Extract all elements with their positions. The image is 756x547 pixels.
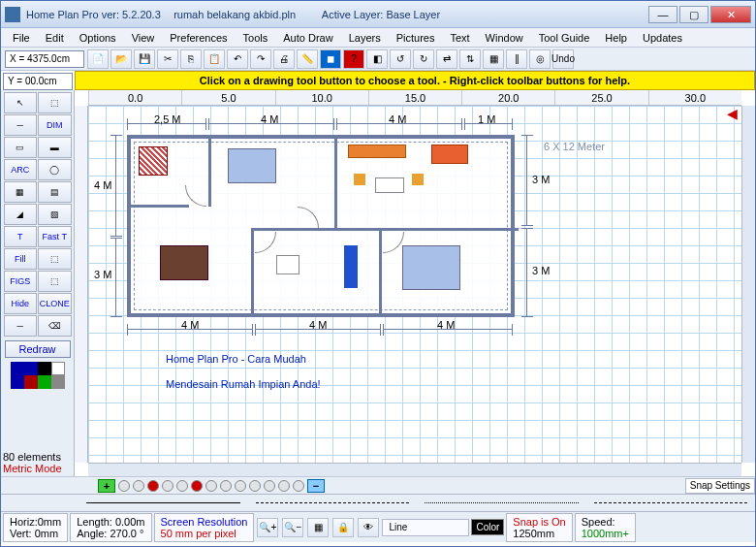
zoom-in-icon[interactable]: 🔍+ (257, 518, 278, 537)
tool-fill[interactable]: Fill (4, 248, 38, 270)
dot-12[interactable] (278, 480, 290, 492)
speed-box[interactable]: Speed: 1000mm+ (575, 513, 636, 542)
tool-marquee[interactable]: ⬚ (38, 92, 72, 113)
tool-clone[interactable]: CLONE (38, 293, 72, 314)
scrollbar-vertical[interactable] (741, 106, 755, 463)
furniture-bed2[interactable] (402, 245, 460, 290)
menu-layers[interactable]: Layers (341, 30, 389, 46)
open-icon[interactable]: 📂 (110, 49, 132, 69)
snap-box[interactable]: Snap is On 1250mm (506, 513, 572, 542)
tool-text[interactable]: T (4, 226, 38, 247)
mode3-icon[interactable]: ◧ (366, 49, 388, 69)
dot-6[interactable] (191, 480, 203, 492)
marker-red[interactable]: ◀ (727, 106, 738, 121)
tool-fasttext[interactable]: Fast T (38, 226, 72, 247)
linestyle-dotted[interactable] (425, 502, 579, 503)
tool-pattern[interactable]: ▧ (38, 204, 72, 225)
tool-hatch1[interactable]: ▦ (4, 181, 38, 203)
tool-select[interactable]: ↖ (4, 92, 38, 113)
dot-2[interactable] (133, 480, 144, 492)
eye-icon[interactable]: 👁 (358, 518, 379, 537)
furniture-sofa[interactable] (348, 145, 406, 158)
flip-v-icon[interactable]: ⇅ (459, 49, 481, 69)
dot-5[interactable] (176, 480, 188, 492)
tool-hatch2[interactable]: ▤ (38, 181, 72, 203)
new-icon[interactable]: 📄 (87, 49, 109, 69)
color-swatch[interactable] (24, 375, 38, 389)
drawing-canvas[interactable]: 2,5 M 4 M 4 M 1 M 4 M 4 M 4 M 4 M 3 M 3 … (88, 106, 741, 463)
add-button[interactable]: + (98, 479, 115, 493)
dot-1[interactable] (118, 480, 130, 492)
menu-window[interactable]: Window (478, 30, 531, 46)
mode2-icon[interactable]: ? (343, 49, 364, 69)
dot-9[interactable] (235, 480, 246, 492)
linestyle-solid[interactable] (86, 502, 240, 503)
rotate-left-icon[interactable]: ↺ (390, 49, 411, 69)
redraw-button[interactable]: Redraw (5, 340, 71, 358)
color-swatch[interactable] (38, 362, 51, 375)
tool-triangle[interactable]: ◢ (4, 204, 38, 225)
color-swatch[interactable] (51, 362, 65, 375)
menu-edit[interactable]: Edit (38, 30, 72, 46)
close-button[interactable]: ✕ (710, 6, 751, 23)
menu-help[interactable]: Help (597, 30, 635, 46)
menu-tools[interactable]: Tools (236, 30, 276, 46)
furniture-diningtable[interactable] (160, 245, 208, 280)
furniture-bed[interactable] (228, 148, 276, 183)
maximize-button[interactable]: ▢ (679, 6, 709, 23)
menu-autodraw[interactable]: Auto Draw (275, 30, 340, 46)
zoom-out-icon[interactable]: 🔍− (282, 518, 303, 537)
color-palette[interactable] (11, 362, 65, 389)
tool-circle[interactable]: ◯ (38, 159, 72, 180)
menu-text[interactable]: Text (442, 30, 477, 46)
door-arc[interactable] (255, 232, 276, 253)
linetype-select[interactable]: Line (382, 519, 469, 536)
furniture-stove[interactable] (139, 146, 168, 176)
lock-icon[interactable]: 🔒 (332, 518, 354, 537)
copy-icon[interactable]: ⎘ (180, 49, 202, 69)
columns-icon[interactable]: ‖ (506, 49, 527, 69)
annotation-text[interactable]: Home Plan Pro - Cara Mudah Mendesain Rum… (166, 346, 321, 397)
dot-active[interactable] (147, 480, 159, 492)
dot-11[interactable] (264, 480, 275, 492)
dot-7[interactable] (205, 480, 217, 492)
furniture-table[interactable] (375, 177, 404, 193)
rotate-right-icon[interactable]: ↻ (413, 49, 434, 69)
color-swatch[interactable] (11, 375, 24, 389)
furniture-chair[interactable] (354, 174, 365, 185)
tool-rect[interactable]: ▭ (4, 137, 38, 158)
dot-8[interactable] (220, 480, 232, 492)
dot-4[interactable] (162, 480, 173, 492)
tool-hide[interactable]: Hide (4, 293, 38, 314)
menu-toolguide[interactable]: Tool Guide (531, 30, 598, 46)
snap-settings-button[interactable]: Snap Settings (685, 478, 755, 494)
tool-line2[interactable]: ─ (4, 315, 38, 337)
save-icon[interactable]: 💾 (134, 49, 155, 69)
color-swatch[interactable] (11, 362, 24, 375)
ruler-icon[interactable]: 📏 (297, 49, 318, 69)
menu-updates[interactable]: Updates (635, 30, 690, 46)
menu-preferences[interactable]: Preferences (162, 30, 235, 46)
floorplan[interactable] (127, 135, 515, 317)
dot-13[interactable] (293, 480, 304, 492)
menu-view[interactable]: View (124, 30, 163, 46)
paste-icon[interactable]: 📋 (204, 49, 225, 69)
furniture-desk[interactable] (276, 255, 299, 274)
door-arc[interactable] (383, 232, 404, 253)
grid-icon[interactable]: ▦ (483, 49, 504, 69)
tool-erase[interactable]: ⌫ (38, 315, 72, 337)
undo2-icon[interactable]: Undo (552, 49, 574, 69)
color-swatch[interactable] (51, 375, 65, 389)
print-icon[interactable]: 🖨 (273, 49, 295, 69)
scrollbar-horizontal[interactable] (88, 463, 741, 476)
mode1-icon[interactable]: ◼ (320, 49, 341, 69)
color-swatch[interactable] (24, 362, 38, 375)
snap-icon[interactable]: ◎ (529, 49, 551, 69)
tool-figs2[interactable]: ⬚ (38, 271, 72, 292)
dot-10[interactable] (249, 480, 261, 492)
furniture-chair[interactable] (412, 174, 424, 185)
resolution-box[interactable]: Screen Resolution 50 mm per pixel (154, 513, 255, 542)
door-arc[interactable] (298, 207, 319, 228)
tool-shape[interactable]: ⬚ (38, 248, 72, 270)
door-arc[interactable] (185, 185, 206, 207)
